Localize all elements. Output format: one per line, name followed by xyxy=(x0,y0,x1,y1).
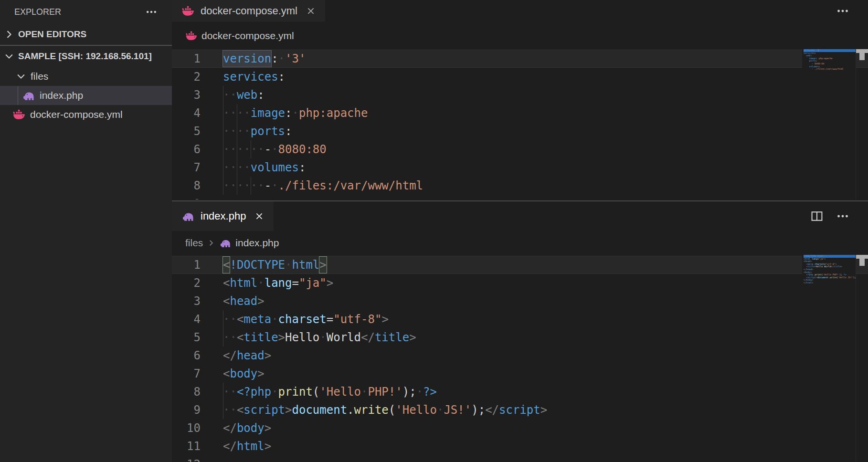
code-line-11[interactable]: 11</html> xyxy=(172,437,868,455)
code-line-5[interactable]: 5····ports: xyxy=(172,122,868,140)
php-elephant-icon xyxy=(181,211,195,221)
file-label: index.php xyxy=(40,90,83,101)
overview-ruler-mark xyxy=(859,259,865,266)
editor-more-actions-icon[interactable] xyxy=(836,5,849,17)
line-number: 11 xyxy=(172,437,201,455)
code-line-1[interactable]: 1<!DOCTYPE·html> xyxy=(172,256,868,274)
scrollbar-thumb[interactable] xyxy=(856,255,868,259)
chevron-right-icon xyxy=(207,239,215,247)
editor-more-actions-icon[interactable] xyxy=(836,210,849,222)
docker-icon xyxy=(12,109,26,120)
line-number: 1 xyxy=(172,50,201,68)
scrollbar[interactable] xyxy=(856,255,868,462)
close-icon[interactable] xyxy=(254,211,264,221)
breadcrumb-item[interactable]: docker-compose.yml xyxy=(201,30,294,42)
indent-guide xyxy=(18,86,18,105)
breadcrumb: files index.php xyxy=(172,231,868,255)
minimap-line xyxy=(804,71,856,74)
php-icon xyxy=(22,90,35,101)
tab-label: index.php xyxy=(201,210,246,222)
workspace-section-header[interactable]: SAMPLE [SSH: 192.168.56.101] xyxy=(0,45,172,67)
vscode-window: EXPLORER OPEN EDITORS SAMPLE [SSH: 192.1… xyxy=(0,0,868,462)
tab-bar-bottom: index.php xyxy=(172,201,868,231)
tab-label: docker-compose.yml xyxy=(201,5,297,17)
code-line-10[interactable]: 10</body> xyxy=(172,419,868,437)
overview-ruler-mark xyxy=(859,53,865,60)
file-label: docker-compose.yml xyxy=(30,109,123,120)
docker-whale-icon xyxy=(185,31,198,41)
open-editors-label: OPEN EDITORS xyxy=(18,29,86,40)
scrollbar[interactable] xyxy=(856,49,868,200)
line-number: 3 xyxy=(172,86,201,104)
php-elephant-icon xyxy=(219,238,232,248)
line-number: 12 xyxy=(172,455,201,462)
line-number: 4 xyxy=(172,104,201,122)
line-number: 6 xyxy=(172,140,201,158)
code-line-12[interactable]: 12 xyxy=(172,455,868,462)
tree-item-index-php[interactable]: index.php xyxy=(0,86,172,105)
tab-bar-top: docker-compose.yml xyxy=(172,0,868,22)
code-line-9[interactable]: 9 xyxy=(172,195,868,200)
explorer-sidebar: EXPLORER OPEN EDITORS SAMPLE [SSH: 192.1… xyxy=(0,0,172,462)
close-icon[interactable] xyxy=(306,6,316,16)
code-line-7[interactable]: 7<body> xyxy=(172,365,868,383)
line-number: 6 xyxy=(172,346,201,365)
editor-group-bottom: index.php files index.php 1<!DOCTYPE·htm… xyxy=(172,200,868,462)
line-number: 1 xyxy=(172,256,201,274)
code-line-2[interactable]: 2services: xyxy=(172,68,868,86)
code-line-7[interactable]: 7····volumes: xyxy=(172,158,868,177)
line-number: 3 xyxy=(172,292,201,310)
minimap[interactable]: <!DOCTYPE html><html lang="ja"><head> <m… xyxy=(802,255,856,462)
code-editor-index-php[interactable]: 1<!DOCTYPE·html>2<html·lang="ja">3<head>… xyxy=(172,255,868,462)
tab-index-php[interactable]: index.php xyxy=(172,201,274,231)
line-number: 2 xyxy=(172,68,201,86)
line-number: 9 xyxy=(172,401,201,419)
code-line-1[interactable]: 1version:·'3' xyxy=(172,50,868,68)
code-line-4[interactable]: 4··<meta·charset="utf-8"> xyxy=(172,310,868,328)
chevron-down-icon xyxy=(16,71,26,82)
line-number: 10 xyxy=(172,419,201,437)
line-number: 5 xyxy=(172,122,201,140)
minimap[interactable]: version: '3'services: web: image: php:ap… xyxy=(802,49,856,200)
editor-group-top: docker-compose.yml docker-compose.yml 1v… xyxy=(172,0,868,200)
editor-area: docker-compose.yml docker-compose.yml 1v… xyxy=(172,0,868,462)
explorer-title: EXPLORER xyxy=(14,7,61,17)
scrollbar-thumb[interactable] xyxy=(856,49,868,53)
line-number: 7 xyxy=(172,365,201,383)
line-number: 5 xyxy=(172,328,201,346)
code-line-2[interactable]: 2<html·lang="ja"> xyxy=(172,274,868,292)
tab-docker-compose[interactable]: docker-compose.yml xyxy=(172,0,325,22)
file-tree: filesindex.phpdocker-compose.yml xyxy=(0,67,172,124)
breadcrumb-item[interactable]: files xyxy=(185,237,203,249)
docker-whale-icon xyxy=(181,6,195,16)
code-line-6[interactable]: 6</head> xyxy=(172,346,868,365)
breadcrumb: docker-compose.yml xyxy=(172,22,868,49)
line-number: 9 xyxy=(172,195,201,200)
minimap-line xyxy=(804,284,856,287)
breadcrumb-item[interactable]: index.php xyxy=(235,237,279,249)
tree-item-files[interactable]: files xyxy=(0,67,172,86)
explorer-header: EXPLORER xyxy=(0,0,172,24)
workspace-label: SAMPLE [SSH: 192.168.56.101] xyxy=(18,51,152,62)
tree-item-docker-compose-yml[interactable]: docker-compose.yml xyxy=(0,105,172,124)
explorer-more-actions-icon[interactable] xyxy=(145,6,158,18)
line-number: 4 xyxy=(172,310,201,328)
line-number: 8 xyxy=(172,177,201,195)
chevron-down-icon xyxy=(4,51,14,62)
code-line-3[interactable]: 3<head> xyxy=(172,292,868,310)
code-line-5[interactable]: 5··<title>Hello·World</title> xyxy=(172,328,868,346)
file-label: files xyxy=(31,71,48,82)
code-line-8[interactable]: 8··<?php·print('Hello·PHP!');·?> xyxy=(172,383,868,401)
split-editor-icon[interactable] xyxy=(811,210,823,222)
chevron-right-icon xyxy=(4,29,14,40)
code-line-8[interactable]: 8······-·./files:/var/www/html xyxy=(172,177,868,195)
line-number: 7 xyxy=(172,158,201,177)
line-number: 2 xyxy=(172,274,201,292)
code-line-3[interactable]: 3··web: xyxy=(172,86,868,104)
code-line-6[interactable]: 6······-·8080:80 xyxy=(172,140,868,158)
code-line-4[interactable]: 4····image:·php:apache xyxy=(172,104,868,122)
open-editors-section-header[interactable]: OPEN EDITORS xyxy=(0,24,172,45)
code-editor-docker-compose[interactable]: 1version:·'3'2services:3··web:4····image… xyxy=(172,49,868,200)
code-line-9[interactable]: 9··<script>document.write('Hello·JS!');<… xyxy=(172,401,868,419)
line-number: 8 xyxy=(172,383,201,401)
